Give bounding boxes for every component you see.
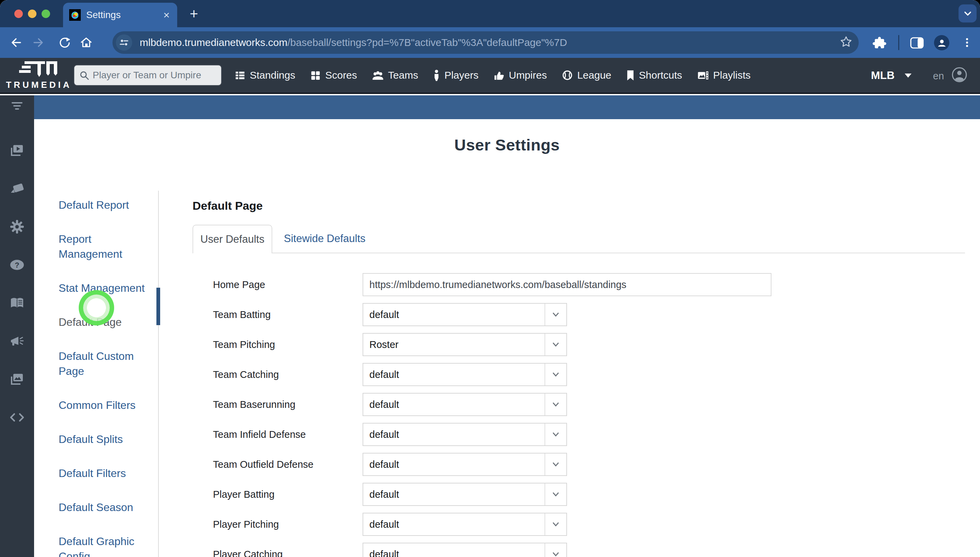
nav-label: Players: [444, 70, 479, 81]
settings-rail-button[interactable]: [10, 219, 24, 234]
menu-item-default-report[interactable]: Default Report: [59, 197, 154, 212]
chevron-down-icon: [551, 340, 560, 349]
extensions-button[interactable]: [873, 36, 887, 50]
nav-players[interactable]: Players: [433, 70, 479, 81]
menu-item-common-filters[interactable]: Common Filters: [59, 397, 154, 413]
forward-button[interactable]: [33, 36, 45, 49]
menu-item-default-splits[interactable]: Default Splits: [59, 432, 154, 447]
team-outfield-defense-select[interactable]: default: [363, 453, 567, 476]
scores-icon: [310, 70, 321, 81]
menu-item-default-custom-page[interactable]: Default Custom Page: [59, 349, 154, 379]
select-chevron: [544, 304, 566, 326]
account-button[interactable]: [951, 67, 967, 84]
select-value: default: [363, 399, 544, 410]
select-value: Roster: [363, 339, 544, 350]
main-nav: Standings Scores Teams Players Umpires L…: [234, 58, 751, 93]
player-catching-select[interactable]: default: [363, 543, 567, 557]
nav-label: Shortcuts: [639, 70, 682, 81]
trumedia-logo-mark: [18, 60, 59, 78]
global-search[interactable]: [74, 65, 222, 86]
gear-icon: [10, 220, 24, 234]
league-selector-value: MLB: [871, 69, 895, 82]
back-button[interactable]: [9, 36, 21, 49]
tabs-underline: [193, 252, 965, 253]
chevron-down-icon: [551, 549, 560, 557]
side-panel-button[interactable]: [910, 36, 924, 50]
nav-shortcuts[interactable]: Shortcuts: [626, 70, 682, 81]
select-value: default: [363, 459, 544, 470]
url-domain: mlbdemo.trumedianetworks.com: [140, 37, 287, 48]
tab-user-defaults[interactable]: User Defaults: [193, 225, 272, 253]
nav-scores[interactable]: Scores: [310, 70, 357, 81]
trumedia-logo[interactable]: TRUMEDIA: [8, 60, 70, 90]
select-value: default: [363, 549, 544, 557]
nav-league[interactable]: League: [562, 70, 611, 81]
tab-sitewide-defaults[interactable]: Sitewide Defaults: [284, 225, 366, 252]
menu-item-default-season[interactable]: Default Season: [59, 500, 154, 515]
browser-tab-settings[interactable]: Settings ×: [63, 3, 177, 27]
language-indicator[interactable]: en: [933, 70, 944, 82]
player-pitching-select[interactable]: default: [363, 513, 567, 536]
nav-label: Scores: [325, 70, 357, 81]
image-stack-icon: [10, 373, 24, 386]
home-button[interactable]: [80, 36, 92, 49]
nav-playlists[interactable]: Playlists: [697, 70, 751, 81]
team-baserunning-select[interactable]: default: [363, 393, 567, 416]
nav-umpires[interactable]: Umpires: [493, 70, 547, 81]
media-gallery-rail-button[interactable]: [10, 372, 24, 387]
team-pitching-select[interactable]: Roster: [363, 333, 567, 356]
close-tab-icon[interactable]: ×: [163, 10, 170, 20]
minimize-window-button[interactable]: [28, 10, 36, 18]
announcements-rail-button[interactable]: [10, 334, 24, 349]
form-row-team-pitching: Team Pitching Roster: [193, 333, 980, 356]
url-text[interactable]: mlbdemo.trumedianetworks.com/baseball/se…: [140, 37, 840, 48]
menu-item-report-management[interactable]: Report Management: [59, 231, 154, 262]
glossary-rail-button[interactable]: [10, 295, 24, 311]
filters-rail-button[interactable]: [10, 99, 24, 114]
toolbar-divider: [898, 35, 899, 50]
browser-window: Settings × + mlbdemo.trumedianetworks.co…: [0, 0, 980, 557]
form-row-team-catching: Team Catching default: [193, 363, 980, 386]
menu-item-default-graphic-config[interactable]: Default Graphic Config: [59, 534, 154, 557]
chevron-down-icon: [551, 459, 560, 469]
tab-favicon: [69, 9, 81, 21]
select-chevron: [544, 453, 566, 475]
megaphone-icon: [10, 335, 24, 348]
help-rail-button[interactable]: ?: [10, 257, 24, 272]
teams-icon: [372, 70, 384, 81]
tab-search-button[interactable]: [959, 5, 977, 23]
league-selector[interactable]: MLB: [871, 69, 911, 82]
nav-label: Umpires: [509, 70, 547, 81]
video-library-rail-button[interactable]: [10, 143, 24, 158]
nav-teams[interactable]: Teams: [372, 70, 418, 81]
url-bar[interactable]: mlbdemo.trumedianetworks.com/baseball/se…: [113, 31, 859, 54]
field-label: Home Page: [193, 279, 363, 290]
browser-profile-button[interactable]: [934, 35, 949, 50]
new-tab-button[interactable]: +: [186, 6, 202, 22]
nav-label: League: [577, 70, 611, 81]
bookmark-button[interactable]: [840, 36, 853, 50]
player-batting-select[interactable]: default: [363, 483, 567, 506]
close-window-button[interactable]: [14, 10, 23, 18]
team-infield-defense-select[interactable]: default: [363, 423, 567, 446]
team-catching-select[interactable]: default: [363, 363, 567, 386]
page-banner: [34, 95, 980, 119]
zoom-window-button[interactable]: [42, 10, 50, 18]
select-chevron: [544, 484, 566, 505]
browser-menu-button[interactable]: [961, 36, 973, 49]
home-page-input[interactable]: [363, 273, 771, 296]
click-indicator: [79, 290, 114, 326]
star-icon: [840, 36, 853, 48]
form-row-player-pitching: Player Pitching default: [193, 513, 980, 536]
site-settings-button[interactable]: [116, 34, 132, 51]
menu-item-default-filters[interactable]: Default Filters: [59, 466, 154, 481]
brand-name: TRUMEDIA: [6, 80, 72, 90]
search-input[interactable]: [93, 70, 212, 81]
team-batting-select[interactable]: default: [363, 303, 567, 326]
reload-button[interactable]: [58, 36, 70, 49]
playlists-icon: [697, 70, 709, 81]
nav-standings[interactable]: Standings: [234, 70, 295, 81]
code-rail-button[interactable]: [10, 410, 24, 425]
field-label: Team Infield Defense: [193, 429, 363, 440]
cards-rail-button[interactable]: [10, 181, 24, 196]
